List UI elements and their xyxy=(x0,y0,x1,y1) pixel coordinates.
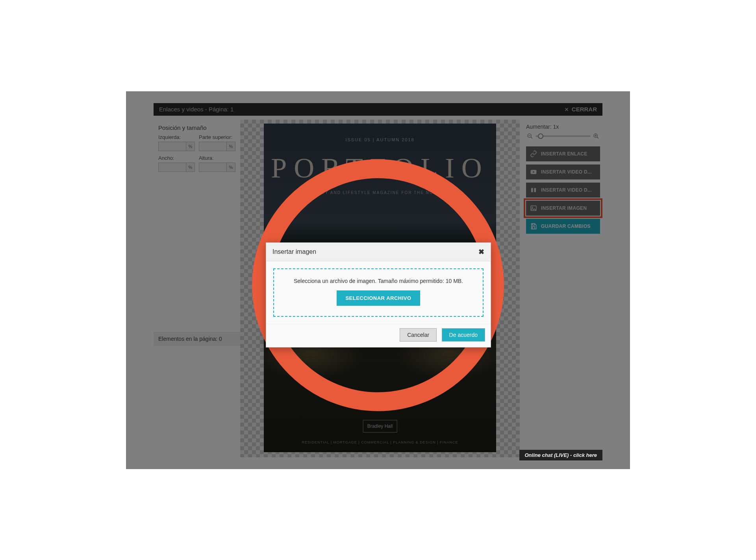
save-icon xyxy=(530,223,537,230)
insert-video1-label: INSERTAR VIDEO D... xyxy=(541,169,592,175)
insert-link-label: INSERTAR ENLACE xyxy=(541,151,587,157)
save-changes-button[interactable]: GUARDAR CAMBIOS xyxy=(526,219,600,234)
modal-footer: Cancelar De acuerdo xyxy=(266,324,491,347)
youtube-icon xyxy=(530,168,537,176)
top-input[interactable] xyxy=(199,142,227,151)
elements-header: Elementos en la página: 0 xyxy=(154,332,240,346)
svg-rect-8 xyxy=(531,188,533,192)
chat-label: Online chat (LIVE) - click here xyxy=(525,452,597,458)
page-logo: Bradley Hall xyxy=(363,420,397,432)
page-subtitle: PROPERTY AND LIFESTYLE MAGAZINE FOR THE … xyxy=(264,190,496,195)
modal-header: Insertar imagen ✖ xyxy=(266,243,491,261)
width-field: Ancho: % xyxy=(158,155,195,172)
field-row-2: Ancho: % Altura: % xyxy=(158,155,235,172)
top-field: Parte superior: % xyxy=(199,134,235,151)
select-file-button[interactable]: SELECCIONAR ARCHIVO xyxy=(337,290,420,306)
page-issue: ISSUE 05 | AUTUMN 2018 xyxy=(264,137,496,142)
insert-image-label: INSERTAR IMAGEN xyxy=(541,205,587,211)
left-input[interactable] xyxy=(158,142,186,151)
svg-rect-13 xyxy=(532,226,535,229)
modal-body: Selecciona un archivo de imagen. Tamaño … xyxy=(266,261,491,324)
ok-button[interactable]: De acuerdo xyxy=(442,328,485,342)
editor-stage: Enlaces y videos - Página: 1 CERRAR Posi… xyxy=(126,91,630,469)
svg-line-1 xyxy=(531,137,532,139)
topbar-title: Enlaces y videos - Página: 1 xyxy=(159,106,233,113)
right-panel: Aumentar: 1x INSERTAR ENLACE INSERTAR VI… xyxy=(524,120,602,457)
insert-video1-button[interactable]: INSERTAR VIDEO D... xyxy=(526,164,600,179)
svg-rect-9 xyxy=(534,188,536,192)
page-title: PORTFOLIO xyxy=(264,152,496,185)
insert-video2-label: INSERTAR VIDEO D... xyxy=(541,187,592,193)
width-unit: % xyxy=(186,163,195,172)
image-icon xyxy=(530,205,537,212)
zoom-control xyxy=(527,133,599,139)
left-unit: % xyxy=(186,142,195,151)
page-footer: RESIDENTIAL | MORTGAGE | COMMERCIAL | PL… xyxy=(264,440,496,444)
position-section-title: Posición y tamaño xyxy=(158,124,235,131)
cancel-button[interactable]: Cancelar xyxy=(400,328,437,342)
zoom-out-icon[interactable] xyxy=(527,133,533,139)
close-button[interactable]: CERRAR xyxy=(564,106,597,113)
insert-image-button[interactable]: INSERTAR IMAGEN xyxy=(526,201,600,216)
save-changes-label: GUARDAR CAMBIOS xyxy=(541,224,591,229)
zoom-in-icon[interactable] xyxy=(593,133,599,139)
close-label: CERRAR xyxy=(572,106,597,113)
field-row-1: Izquierda: % Parte superior: % xyxy=(158,134,235,151)
insert-link-button[interactable]: INSERTAR ENLACE xyxy=(526,146,600,161)
chat-tab[interactable]: Online chat (LIVE) - click here xyxy=(519,450,603,460)
left-panel: Posición y tamaño Izquierda: % Parte sup… xyxy=(154,120,240,457)
dropzone-instruction: Selecciona un archivo de imagen. Tamaño … xyxy=(278,278,479,284)
modal-title: Insertar imagen xyxy=(272,248,316,255)
width-label: Ancho: xyxy=(158,155,195,161)
dropzone[interactable]: Selecciona un archivo de imagen. Tamaño … xyxy=(273,268,484,317)
height-unit: % xyxy=(227,163,235,172)
svg-point-11 xyxy=(532,207,533,208)
height-label: Altura: xyxy=(199,155,235,161)
svg-line-4 xyxy=(597,137,598,139)
zoom-label: Aumentar: 1x xyxy=(526,124,600,130)
width-input[interactable] xyxy=(158,163,186,172)
top-unit: % xyxy=(227,142,235,151)
left-field: Izquierda: % xyxy=(158,134,195,151)
close-icon xyxy=(564,107,569,112)
height-input[interactable] xyxy=(199,163,227,172)
svg-rect-12 xyxy=(532,224,535,225)
left-label: Izquierda: xyxy=(158,134,195,140)
insert-image-modal: Insertar imagen ✖ Selecciona un archivo … xyxy=(266,242,491,347)
top-label: Parte superior: xyxy=(199,134,235,140)
modal-close-icon[interactable]: ✖ xyxy=(478,248,484,256)
vimeo-icon xyxy=(530,187,537,194)
zoom-thumb[interactable] xyxy=(538,133,543,139)
top-bar: Enlaces y videos - Página: 1 CERRAR xyxy=(154,103,602,116)
insert-video2-button[interactable]: INSERTAR VIDEO D... xyxy=(526,183,600,198)
height-field: Altura: % xyxy=(199,155,235,172)
zoom-slider[interactable] xyxy=(536,135,591,137)
link-icon xyxy=(530,150,537,157)
